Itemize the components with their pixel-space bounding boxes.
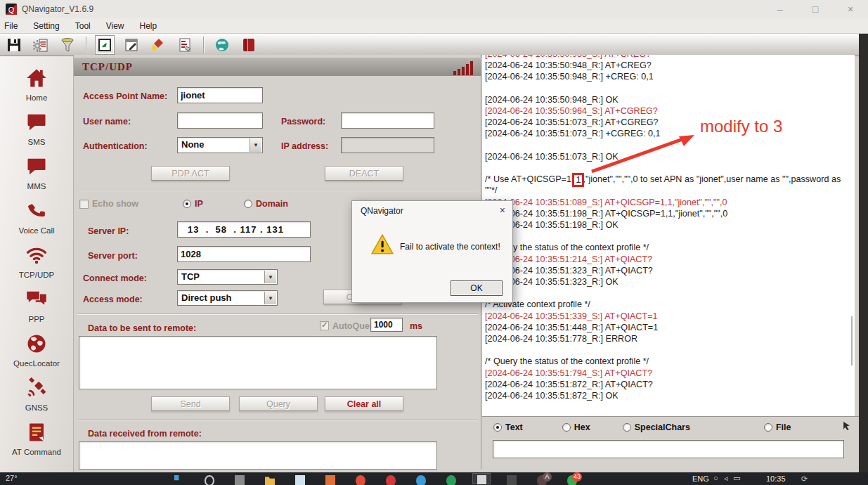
menu-tool[interactable]: Tool bbox=[75, 21, 91, 31]
taskview-icon[interactable] bbox=[235, 475, 245, 485]
send-button[interactable]: Send bbox=[151, 396, 230, 411]
app-green-icon-glyph bbox=[446, 475, 456, 485]
dialog-title: QNavigator bbox=[361, 206, 403, 216]
log-line bbox=[485, 83, 855, 94]
autoquery-interval-input[interactable] bbox=[370, 318, 403, 332]
notification-icon[interactable]: ⟳ bbox=[801, 474, 808, 484]
log-line bbox=[485, 287, 855, 299]
echo-show-checkbox[interactable] bbox=[79, 200, 89, 209]
sidebar-item-gnss[interactable]: GNSS bbox=[0, 377, 73, 422]
app-orange-icon[interactable] bbox=[325, 475, 335, 485]
log-line: [2024-06-24 10:35:51:214_S:] AT+QIACT? bbox=[485, 254, 855, 265]
username-label: User name: bbox=[83, 117, 131, 127]
filter-icon[interactable] bbox=[58, 35, 77, 55]
save-icon[interactable] bbox=[4, 35, 24, 55]
server-port-input[interactable] bbox=[177, 246, 311, 262]
query-button[interactable]: Query bbox=[239, 396, 318, 411]
authentication-label: Authentication: bbox=[83, 141, 148, 151]
authentication-select[interactable]: None ▼ bbox=[177, 137, 263, 153]
app-green-icon[interactable] bbox=[446, 475, 456, 485]
compose-icon[interactable] bbox=[122, 35, 141, 55]
radio-button[interactable] bbox=[623, 423, 631, 432]
chevron-down-icon[interactable]: ▼ bbox=[264, 271, 276, 283]
sidebar-item-sms[interactable]: SMS bbox=[0, 112, 73, 156]
connect-module-icon[interactable] bbox=[95, 35, 115, 55]
dialog-close-icon[interactable]: × bbox=[500, 205, 505, 216]
script-icon[interactable] bbox=[175, 35, 195, 55]
terminal-icon-glyph bbox=[507, 475, 517, 485]
sidebar-item-mms[interactable]: MMS bbox=[0, 156, 73, 200]
log-scrollbar[interactable] bbox=[851, 316, 853, 366]
chevron-down-icon[interactable]: ▼ bbox=[250, 138, 261, 152]
log-line: [2024-06-24 10:35:50:948_R:] AT+CREG? bbox=[485, 60, 855, 71]
username-input[interactable] bbox=[177, 112, 263, 129]
app-a-icon[interactable]: A bbox=[537, 475, 547, 485]
menu-help[interactable]: Help bbox=[140, 21, 157, 31]
menu-view[interactable]: View bbox=[106, 21, 124, 31]
log-line: [2024-06-24 10:35:51:198_R:] OK bbox=[485, 219, 855, 231]
log-line: /* Query the status of the context profi… bbox=[485, 356, 855, 367]
dialog-ok-button[interactable]: OK bbox=[451, 280, 503, 296]
mail-icon[interactable] bbox=[295, 475, 305, 485]
qnavigator-taskbar-icon[interactable] bbox=[472, 473, 491, 484]
autoquery-checkbox[interactable] bbox=[320, 321, 329, 330]
command-input[interactable] bbox=[493, 440, 844, 458]
close-button[interactable]: × bbox=[843, 4, 858, 15]
deact-button[interactable]: DEACT bbox=[325, 166, 403, 181]
search-icon[interactable] bbox=[205, 475, 214, 485]
signal-strength-icon bbox=[453, 61, 474, 78]
sidebar-item-label: Home bbox=[26, 93, 48, 102]
whatsapp-icon[interactable]: 43 bbox=[567, 475, 577, 485]
sidebar-item-at-command[interactable]: AT Command bbox=[0, 422, 73, 466]
format-radio-specialchars[interactable]: SpecialChars bbox=[623, 422, 690, 432]
clock[interactable]: 10:35 bbox=[766, 474, 786, 483]
start-icon-glyph bbox=[174, 475, 184, 485]
at-log-panel[interactable]: [2024-06-24 10:35:50:933_S:] AT+CREG?[20… bbox=[482, 55, 855, 416]
sidebar-item-queclocator[interactable]: QuecLocator bbox=[0, 333, 73, 377]
radio-button[interactable] bbox=[493, 423, 502, 432]
access-mode-select[interactable]: Direct push ▼ bbox=[177, 290, 278, 306]
chrome-icon[interactable] bbox=[356, 475, 365, 485]
menu-setting[interactable]: Setting bbox=[33, 21, 59, 31]
pdp-act-button[interactable]: PDP ACT bbox=[151, 166, 230, 181]
sidebar-item-home[interactable]: Home bbox=[0, 67, 73, 112]
sidebar-item-ppp[interactable]: PPP bbox=[0, 289, 73, 333]
password-input[interactable] bbox=[341, 112, 434, 129]
help-book-icon[interactable] bbox=[239, 35, 259, 55]
separator bbox=[77, 419, 478, 420]
format-radio-file[interactable]: File bbox=[764, 422, 791, 432]
log-line: [2024-06-24 10:35:50:933_S:] AT+CREG? bbox=[485, 55, 855, 60]
log-line: [2024-06-24 10:35:51:872_R:] OK bbox=[485, 390, 855, 401]
connect-mode-select[interactable]: TCP ▼ bbox=[177, 269, 278, 285]
domain-radio[interactable] bbox=[244, 200, 252, 208]
data-send-textarea[interactable] bbox=[79, 336, 437, 389]
globe-icon[interactable] bbox=[212, 35, 232, 55]
format-radio-text[interactable]: Text bbox=[493, 422, 523, 432]
app-red-icon[interactable] bbox=[386, 475, 396, 485]
apn-input[interactable] bbox=[177, 87, 263, 103]
chevron-down-icon[interactable]: ▼ bbox=[264, 292, 276, 304]
sidebar-item-voice-call[interactable]: Voice Call bbox=[0, 200, 73, 245]
server-ip-input[interactable] bbox=[177, 221, 311, 238]
start-icon[interactable] bbox=[174, 475, 184, 485]
radio-button[interactable] bbox=[764, 423, 772, 432]
edge-icon[interactable] bbox=[416, 475, 426, 485]
maximize-button[interactable]: □ bbox=[808, 4, 823, 15]
ip-radio[interactable] bbox=[183, 200, 191, 208]
folder-icon[interactable] bbox=[265, 475, 275, 485]
radio-button[interactable] bbox=[562, 423, 571, 432]
minimize-button[interactable]: – bbox=[772, 4, 788, 15]
settings-icon[interactable] bbox=[31, 35, 51, 55]
at-command-doc-icon bbox=[26, 422, 47, 446]
weather-temp[interactable]: 27° bbox=[6, 474, 18, 482]
format-radio-hex[interactable]: Hex bbox=[562, 422, 590, 432]
connect-mode-label: Connect mode: bbox=[83, 273, 147, 283]
terminal-icon[interactable] bbox=[507, 475, 517, 485]
data-received-textarea[interactable] bbox=[79, 441, 437, 470]
brush-icon[interactable] bbox=[148, 35, 168, 55]
clear-all-button[interactable]: Clear all bbox=[325, 396, 403, 411]
tray-icons[interactable]: ○◃▭ bbox=[713, 474, 746, 483]
menu-file[interactable]: File bbox=[4, 21, 18, 31]
language-indicator[interactable]: ENG bbox=[692, 474, 709, 483]
sidebar-item-tcp-udp[interactable]: TCP/UDP bbox=[0, 245, 73, 289]
